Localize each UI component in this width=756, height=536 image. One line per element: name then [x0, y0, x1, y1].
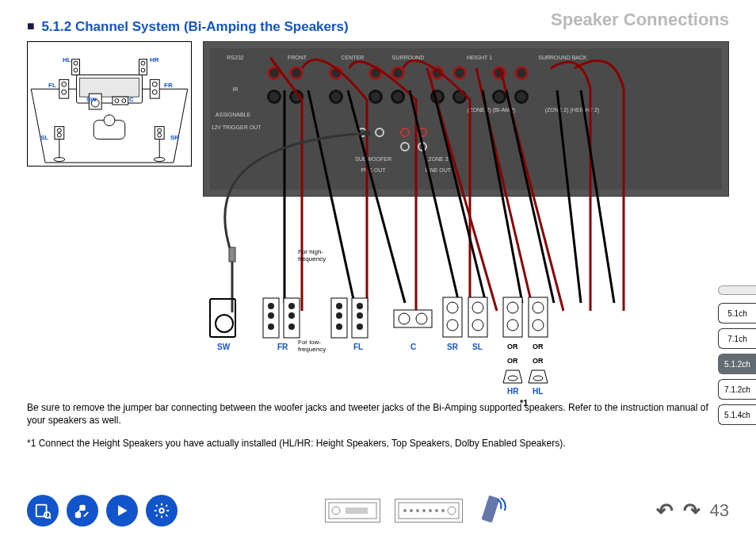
svg-rect-33: [229, 247, 235, 262]
surround-sr-icon: [442, 297, 463, 339]
tab-51ch[interactable]: 5.1ch: [718, 303, 756, 324]
svg-point-40: [288, 312, 295, 319]
term-surr-l-neg: [391, 90, 405, 104]
layout-label-hl: HL: [63, 56, 71, 63]
panel-label-ir: IR: [212, 86, 259, 92]
panel-label-assign: ASSIGNABLE: [205, 112, 261, 117]
panel-label-height1: HEIGHT 1: [456, 55, 503, 60]
lbl-sr: SR: [447, 343, 458, 351]
receiver-back-icon[interactable]: [395, 499, 463, 523]
remote-icon[interactable]: [477, 493, 509, 528]
dolby-hr-icon: [502, 369, 523, 384]
play-icon[interactable]: [106, 495, 138, 526]
height-hr-tall-icon: [502, 297, 523, 339]
lbl-sl: SL: [472, 343, 483, 351]
cables-icon[interactable]: [67, 495, 98, 526]
panel-label-trigger: 12V TRIGGER OUT: [205, 124, 267, 130]
svg-line-69: [49, 517, 51, 519]
lineout-r: [418, 142, 427, 151]
svg-point-78: [410, 509, 413, 512]
term-front-l-pos: [289, 66, 304, 80]
term-front-r-neg: [267, 90, 281, 104]
page-number: 43: [710, 500, 729, 521]
lbl-fl: FL: [353, 343, 363, 351]
wiring-diagram: RS232 FRONT CENTER SURROUND HEIGHT 1 SUR…: [203, 41, 729, 396]
svg-rect-70: [80, 506, 85, 511]
term-surr-l-pos: [391, 66, 405, 80]
layout-label-c: C: [129, 96, 134, 103]
term-surr-r-neg: [368, 90, 383, 104]
panel-label-sub: SUBWOOFER: [349, 156, 397, 162]
svg-point-37: [268, 312, 274, 319]
svg-point-49: [357, 324, 363, 330]
biamp-speaker-fl: [326, 297, 374, 341]
svg-point-80: [422, 509, 426, 512]
preout-sw1: [357, 128, 367, 137]
surround-sl-icon: [468, 297, 488, 339]
svg-point-82: [435, 509, 438, 512]
manual-icon[interactable]: [27, 495, 59, 526]
tab-512ch[interactable]: 5.1.2ch: [718, 354, 756, 374]
panel-label-center: CENTER: [329, 55, 376, 60]
svg-rect-75: [346, 507, 368, 514]
term-h1-r-neg: [430, 90, 445, 104]
footnote-marker: *1: [520, 398, 528, 408]
svg-point-83: [441, 509, 445, 512]
dolby-hl-icon: [528, 369, 548, 384]
layout-label-sl: SL: [40, 134, 48, 141]
channel-tabs: 5.1ch 7.1ch 5.1.2ch 7.1.2ch 5.1.4ch: [718, 285, 756, 425]
biamp-speaker-fr: [258, 297, 306, 341]
term-sb-r-pos: [492, 66, 506, 80]
svg-point-41: [288, 324, 295, 330]
term-front-l-neg: [289, 90, 304, 104]
tab-514ch[interactable]: 5.1.4ch: [718, 404, 756, 425]
back-panel: RS232 FRONT CENTER SURROUND HEIGHT 1 SUR…: [203, 41, 729, 197]
receiver-front-icon[interactable]: [325, 499, 380, 523]
svg-rect-85: [481, 496, 499, 523]
prev-page-button[interactable]: ↶: [656, 499, 674, 523]
svg-point-46: [336, 324, 342, 330]
term-front-r-pos: [267, 66, 281, 80]
subwoofer-icon: [209, 298, 236, 338]
svg-rect-50: [394, 310, 432, 327]
panel-label-surrback: SURROUND BACK: [527, 55, 598, 60]
svg-point-36: [268, 303, 274, 309]
lineout-l: [418, 128, 427, 137]
preout-sw2: [375, 128, 384, 137]
panel-label-zone2h2: (ZONE 2) (HEIGHT 2): [529, 107, 616, 113]
layout-label-sw: SW: [86, 96, 97, 103]
panel-label-front: FRONT: [273, 55, 321, 60]
tab-71ch[interactable]: 7.1ch: [718, 328, 756, 349]
svg-point-29: [154, 158, 165, 162]
panel-label-lineout: LINE OUT: [414, 167, 462, 173]
svg-rect-2: [79, 78, 139, 97]
lbl-or-1: OR: [507, 343, 518, 350]
svg-point-44: [336, 303, 342, 309]
svg-rect-6: [150, 79, 159, 98]
height-hl-tall-icon: [528, 297, 548, 339]
label-for-low: For low- frequency: [298, 339, 326, 354]
svg-point-31: [104, 115, 115, 126]
svg-rect-3: [59, 79, 69, 98]
term-h1-l-neg: [452, 90, 467, 104]
next-page-button[interactable]: ↷: [683, 499, 701, 523]
body-note: Be sure to remove the jumper bar connect…: [27, 401, 729, 427]
center-speaker-icon: [393, 309, 433, 330]
layout-label-sr: SR: [170, 134, 179, 141]
footnote-text: *1 Connect the Height Speakers you have …: [27, 438, 729, 449]
layout-label-fl: FL: [48, 82, 56, 89]
svg-point-38: [268, 324, 274, 330]
term-surr-r-pos: [368, 66, 383, 80]
tab-712ch[interactable]: 7.1.2ch: [718, 379, 756, 400]
settings-icon[interactable]: [146, 495, 178, 526]
svg-point-48: [357, 312, 363, 319]
term-center-pos: [329, 66, 343, 80]
lbl-sw: SW: [217, 343, 230, 351]
panel-label-rs232: RS232: [212, 55, 259, 60]
lbl-c: C: [410, 343, 416, 351]
lbl-hl: HL: [533, 387, 543, 396]
header-title: Speaker Connections: [551, 10, 729, 30]
svg-point-24: [54, 158, 65, 162]
footer-bar: ↶ ↷ 43: [27, 493, 729, 528]
term-h1-l-pos: [452, 66, 467, 80]
